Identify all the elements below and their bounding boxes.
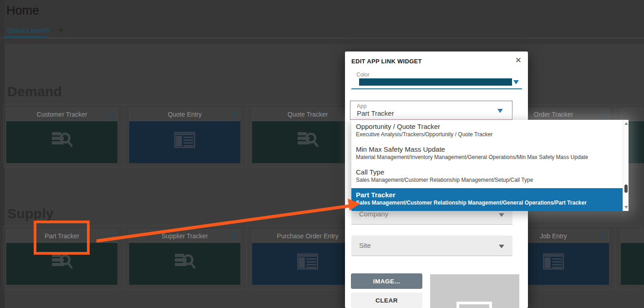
tile-menu-icon[interactable] bbox=[233, 111, 235, 119]
color-field-label: Color bbox=[356, 72, 370, 78]
tile-body[interactable] bbox=[6, 121, 117, 163]
tile-title: Quote Entry bbox=[130, 111, 240, 118]
list-search-icon bbox=[51, 253, 73, 271]
close-icon[interactable]: ✕ bbox=[515, 56, 522, 65]
app-field-label: App bbox=[357, 103, 366, 109]
add-tab-button[interactable]: + bbox=[58, 25, 63, 36]
option-min-max-safety-mass-update[interactable]: Min Max Safety Mass Update Material Mana… bbox=[351, 143, 623, 165]
tile-partial-right[interactable] bbox=[621, 230, 644, 285]
tile-header bbox=[621, 230, 644, 243]
section-heading-supply: Supply bbox=[7, 206, 54, 221]
scroll-up-icon[interactable] bbox=[624, 122, 628, 125]
scroll-down-icon[interactable] bbox=[624, 206, 628, 209]
tile-header: Quote Entry bbox=[129, 108, 240, 121]
tile-menu-icon[interactable] bbox=[111, 111, 112, 119]
grid-separator bbox=[123, 104, 124, 167]
option-path: Sales Management/Customer Relationship M… bbox=[356, 177, 623, 184]
image-icon bbox=[456, 302, 492, 308]
tile-body[interactable] bbox=[621, 243, 644, 285]
option-name: Call Type bbox=[356, 168, 623, 176]
list-search-icon bbox=[297, 132, 319, 149]
option-opportunity-quote-tracker[interactable]: Opportunity / Quote Tracker Executive An… bbox=[351, 120, 623, 143]
tile-quote-entry[interactable]: Quote Entry bbox=[129, 108, 240, 163]
tile-supplier-tracker[interactable]: Supplier Tracker bbox=[129, 230, 240, 285]
list-search-icon bbox=[174, 253, 196, 271]
company-field-label: Company bbox=[359, 210, 388, 218]
tile-menu-icon[interactable] bbox=[602, 232, 604, 241]
app-dropdown[interactable]: App Part Tracker bbox=[350, 101, 512, 120]
grid-separator bbox=[246, 226, 247, 289]
app-options-list: Opportunity / Quote Tracker Executive An… bbox=[351, 120, 629, 211]
image-button[interactable]: IMAGE... bbox=[351, 273, 422, 289]
chevron-down-icon[interactable] bbox=[499, 245, 504, 248]
tile-header: Customer Tracker bbox=[6, 108, 117, 121]
option-name: Opportunity / Quote Tracker bbox=[356, 122, 623, 131]
option-path: Sales Management/Customer Relationship M… bbox=[356, 200, 623, 206]
scrollbar[interactable] bbox=[623, 120, 629, 211]
form-entry-icon bbox=[297, 253, 318, 270]
tab-bar-divider bbox=[0, 38, 644, 38]
option-call-type[interactable]: Call Type Sales Management/Customer Rela… bbox=[351, 165, 623, 188]
site-dropdown[interactable]: Site bbox=[351, 236, 512, 256]
tab-quick-launch[interactable]: Quick Launch bbox=[7, 27, 50, 34]
section-heading-demand: Demand bbox=[7, 84, 62, 99]
tile-title: Customer Tracker bbox=[7, 111, 117, 118]
image-preview-placeholder bbox=[430, 274, 519, 308]
option-path: Material Management/Inventory Management… bbox=[356, 154, 623, 161]
scrollbar-thumb[interactable] bbox=[624, 185, 628, 193]
grid-separator bbox=[123, 226, 124, 289]
screen: Home Quick Launch + Demand Supply Custom… bbox=[0, 0, 644, 308]
tile-customer-tracker[interactable]: Customer Tracker bbox=[6, 108, 117, 163]
list-search-icon bbox=[51, 132, 73, 149]
color-swatch[interactable] bbox=[359, 78, 512, 86]
dialog-title: EDIT APP LINK WIDGET bbox=[351, 58, 422, 65]
chevron-down-icon[interactable] bbox=[513, 80, 519, 84]
page-title: Home bbox=[6, 4, 39, 18]
app-field-value: Part Tracker bbox=[357, 109, 394, 117]
annotation-highlight-box bbox=[34, 221, 90, 255]
option-path: Executive Analysis/Trackers/Opportunity … bbox=[356, 131, 623, 138]
active-tab-underline bbox=[4, 36, 46, 38]
option-name: Part Tracker bbox=[356, 190, 623, 199]
color-field-underline bbox=[351, 88, 522, 89]
option-name: Min Max Safety Mass Update bbox=[356, 145, 623, 154]
clear-button[interactable]: CLEAR bbox=[351, 293, 422, 308]
grid-separator bbox=[246, 104, 247, 167]
tile-body[interactable] bbox=[129, 121, 240, 163]
form-entry-icon bbox=[543, 253, 564, 270]
tile-title: Supplier Tracker bbox=[130, 232, 240, 240]
site-field-label: Site bbox=[359, 241, 371, 249]
chevron-down-icon[interactable] bbox=[499, 213, 504, 217]
tile-menu-icon[interactable] bbox=[602, 111, 604, 119]
tile-menu-icon[interactable] bbox=[111, 232, 112, 241]
option-part-tracker-selected[interactable]: Part Tracker Sales Management/Customer R… bbox=[351, 188, 623, 211]
tile-body[interactable] bbox=[129, 243, 240, 285]
tile-header: Supplier Tracker bbox=[129, 230, 240, 243]
tile-menu-icon[interactable] bbox=[233, 232, 235, 241]
tile-header bbox=[621, 108, 644, 121]
chevron-down-icon[interactable] bbox=[497, 109, 503, 113]
grid-separator bbox=[615, 226, 615, 289]
form-entry-icon bbox=[174, 132, 195, 148]
